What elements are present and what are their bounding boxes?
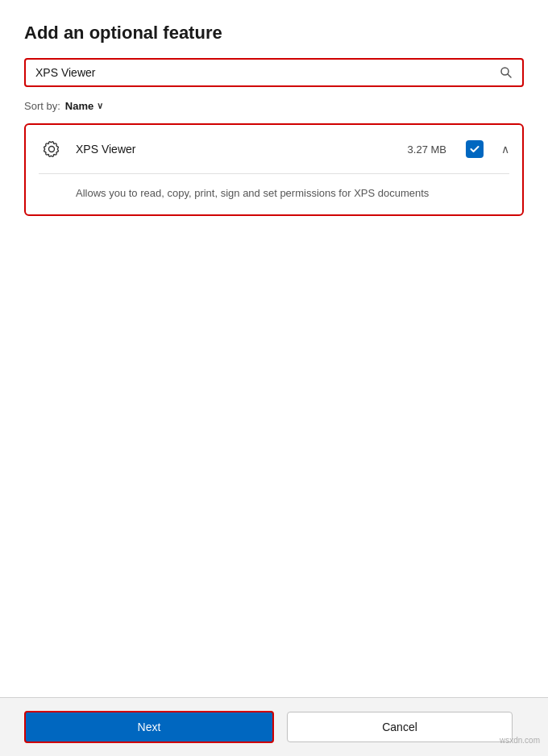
- search-button[interactable]: [490, 60, 522, 85]
- xps-viewer-icon: [39, 136, 64, 162]
- svg-point-2: [49, 147, 55, 152]
- search-box: [24, 58, 524, 87]
- page-container: Add an optional feature Sort by: Name ∨: [0, 0, 548, 756]
- feature-name: XPS Viewer: [76, 143, 396, 156]
- sort-value: Name: [65, 100, 93, 112]
- feature-checkbox[interactable]: [466, 140, 484, 158]
- svg-line-1: [508, 74, 511, 77]
- next-button[interactable]: Next: [24, 711, 274, 743]
- sort-row: Sort by: Name ∨: [24, 100, 524, 112]
- feature-list: XPS Viewer 3.27 MB ∧ Allows you to read,…: [24, 123, 524, 216]
- sort-dropdown[interactable]: Name ∨: [65, 100, 103, 112]
- page-title: Add an optional feature: [24, 23, 524, 44]
- feature-description: Allows you to read, copy, print, sign an…: [26, 174, 522, 214]
- footer: Next Cancel: [0, 697, 548, 756]
- puzzle-icon: [40, 138, 63, 160]
- sort-chevron-icon: ∨: [97, 101, 103, 111]
- main-content: Add an optional feature Sort by: Name ∨: [0, 0, 548, 697]
- checkmark-icon: [469, 143, 480, 155]
- expand-chevron-icon[interactable]: ∧: [501, 143, 509, 155]
- feature-item-xps-viewer: XPS Viewer 3.27 MB ∧: [26, 125, 522, 173]
- watermark: wsxdn.com: [500, 736, 540, 745]
- feature-size: 3.27 MB: [408, 143, 446, 156]
- search-icon: [500, 66, 513, 79]
- cancel-button[interactable]: Cancel: [287, 712, 513, 742]
- sort-label: Sort by:: [24, 100, 60, 112]
- search-input[interactable]: [26, 60, 490, 85]
